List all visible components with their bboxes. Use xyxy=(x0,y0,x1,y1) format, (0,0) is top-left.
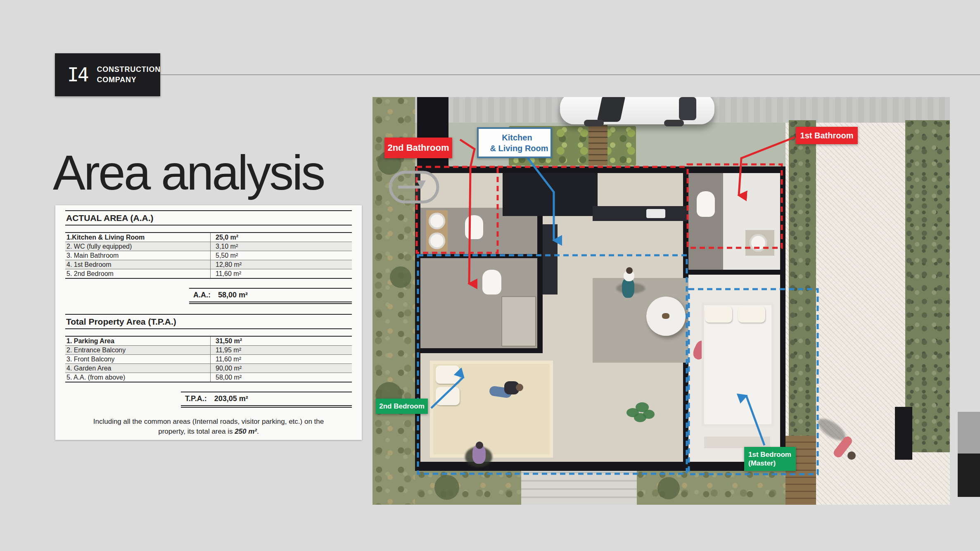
row-value: 3,10 m² xyxy=(210,242,352,251)
page-title: Area analysis xyxy=(53,148,324,197)
car-windshield xyxy=(597,97,626,122)
row-value: 12,80 m² xyxy=(210,260,352,269)
label-text: Kitchen xyxy=(502,132,532,143)
row-value: 58,00 m² xyxy=(210,373,352,382)
total-label: T.P.A.: xyxy=(185,394,207,403)
label-text: 2nd Bathroom xyxy=(387,142,449,153)
footnote: Including all the common areas (Internal… xyxy=(65,417,352,437)
table-row: 3. Front Balcony 11,60 m² xyxy=(65,355,352,364)
bed-bench xyxy=(704,437,770,448)
row-label: 4. 1st Bedroom xyxy=(65,260,210,269)
row-value: 11,60 m² xyxy=(210,269,352,278)
bathroom-floor xyxy=(688,173,723,270)
row-label: 3. Front Balcony xyxy=(65,355,210,363)
row-value: 90,00 m² xyxy=(210,364,352,373)
car-wheel xyxy=(664,120,684,126)
person-head xyxy=(516,384,523,391)
label-2nd-bathroom: 2nd Bathroom xyxy=(384,138,452,158)
parked-car xyxy=(560,97,714,124)
tree xyxy=(390,266,411,288)
house-floorplan xyxy=(415,166,785,471)
logo-monogram-icon: Ι4 xyxy=(67,64,88,86)
table-row: 4. 1st Bedroom 12,80 m² xyxy=(65,260,352,269)
edge-decoration-black xyxy=(958,454,980,497)
table-row: 5. 2nd Bedroom 11,60 m² xyxy=(65,269,352,278)
logo-line1: CONSTRUCTION xyxy=(97,65,161,74)
logo-line2: COMPANY xyxy=(97,76,136,84)
total-property-area-table: 1. Parking Area 31,50 m² 2. Entrance Bal… xyxy=(65,336,352,382)
table-row: 2. Entrance Balcony 11,95 m² xyxy=(65,346,352,355)
kitchen-sink xyxy=(646,209,665,218)
row-label: 1.Kitchen & Living Room xyxy=(65,233,210,242)
table-row: 1. Parking Area 31,50 m² xyxy=(65,337,352,346)
pillow xyxy=(436,366,460,384)
pillow xyxy=(436,387,460,405)
table-row: 5. A.A. (from above) 58,00 m² xyxy=(65,373,352,382)
presentation-slide: Ι4 CONSTRUCTION COMPANY Area analysis AC… xyxy=(0,0,980,551)
footnote-line2: property, its total area is xyxy=(158,428,235,435)
toilet xyxy=(465,215,483,239)
label-text: 1st Bathroom xyxy=(800,131,854,140)
row-label: 1. Parking Area xyxy=(65,337,210,345)
bush xyxy=(657,477,680,499)
label-2nd-bedroom: 2nd Bedroom xyxy=(376,399,428,414)
footnote-line1: Including all the common areas (Internal… xyxy=(93,418,324,425)
subtotal-value: 58,00 m² xyxy=(218,291,248,299)
person-head xyxy=(626,267,633,274)
hedge-strip xyxy=(905,120,950,452)
header-divider-line xyxy=(160,74,980,75)
wall xyxy=(780,166,785,471)
row-value: 5,50 m² xyxy=(210,251,352,260)
table-row: 2. WC (fully equipped) 3,10 m² xyxy=(65,242,352,251)
wood-slats xyxy=(588,125,607,166)
row-value: 25,0 m² xyxy=(210,233,352,242)
car-wheel xyxy=(584,120,604,126)
row-label: 2. Entrance Balcony xyxy=(65,346,210,354)
round-sink xyxy=(750,234,767,252)
footnote-total-area: 250 m² xyxy=(235,428,257,435)
wall xyxy=(420,348,537,353)
wall xyxy=(415,166,785,173)
label-text: & Living Room xyxy=(486,143,548,154)
gate-wall xyxy=(895,407,912,460)
total-property-area-total: T.P.A.: 203,05 m² xyxy=(181,392,352,408)
floorplan-image: 2nd Bathroom 1st Bathroom Kitchen & Livi… xyxy=(373,97,950,505)
label-1st-bathroom: 1st Bathroom xyxy=(796,127,858,144)
total-value: 203,05 m² xyxy=(214,394,248,403)
label-text: 1st Bedroom xyxy=(748,450,791,459)
actual-area-subtotal: A.A.: 58,00 m² xyxy=(189,288,352,304)
label-kitchen-living-room: Kitchen & Living Room xyxy=(477,127,552,158)
label-text: 2nd Bedroom xyxy=(379,402,425,411)
section-header-total-property-area: Total Property Area (T.P.A.) xyxy=(65,314,352,329)
wall xyxy=(688,270,780,275)
wall xyxy=(420,254,537,258)
table-row: 4. Garden Area 90,00 m² xyxy=(65,364,352,373)
second-bedroom-bed xyxy=(430,361,553,458)
actual-area-table: 1.Kitchen & Living Room 25,0 m² 2. WC (f… xyxy=(65,232,352,279)
row-label: 4. Garden Area xyxy=(65,364,210,373)
car-rear-window xyxy=(679,97,696,120)
edge-decoration-gray xyxy=(958,412,980,454)
palm-plant xyxy=(626,401,655,425)
pillow xyxy=(738,306,765,323)
table-row: 3. Main Bathroom 5,50 m² xyxy=(65,251,352,260)
wc-room xyxy=(420,258,537,348)
first-bathroom xyxy=(688,173,780,270)
row-value: 11,60 m² xyxy=(210,355,352,363)
area-analysis-panel: ACTUAL AREA (A.A.) 1.Kitchen & Living Ro… xyxy=(55,205,362,440)
person-head xyxy=(847,451,856,460)
kitchen-cabinets xyxy=(503,173,598,216)
row-label: 3. Main Bathroom xyxy=(65,251,210,260)
person-head xyxy=(476,442,483,449)
sink xyxy=(429,233,445,249)
section-header-actual-area: ACTUAL AREA (A.A.) xyxy=(65,210,352,226)
row-value: 11,95 m² xyxy=(210,346,352,354)
label-text: (Master) xyxy=(748,459,776,468)
toilet xyxy=(697,191,715,217)
label-1st-bedroom-master: 1st Bedroom (Master) xyxy=(744,447,796,471)
sink xyxy=(429,213,445,229)
row-label: 5. A.A. (from above) xyxy=(65,373,210,382)
media-wall xyxy=(543,224,558,294)
table-row: 1.Kitchen & Living Room 25,0 m² xyxy=(65,233,352,242)
company-logo: Ι4 CONSTRUCTION COMPANY xyxy=(55,53,160,96)
